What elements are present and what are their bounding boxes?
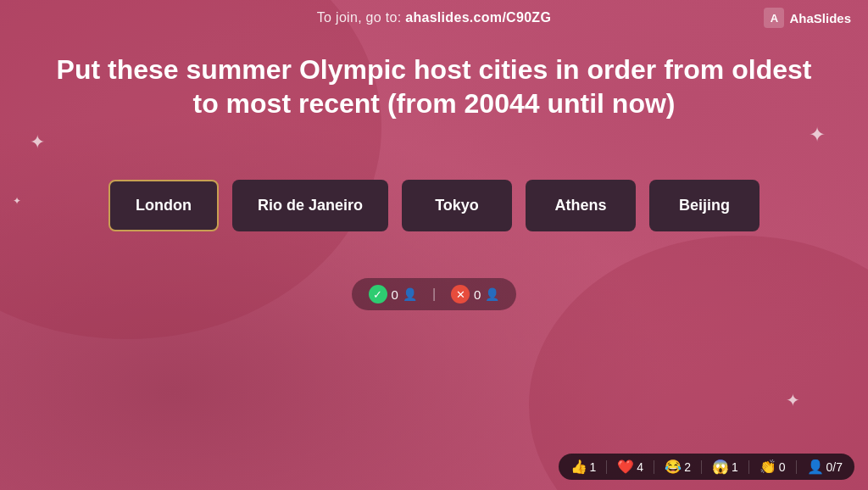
incorrect-count: 0 <box>474 287 481 302</box>
logo-text: AhaSlides <box>789 11 851 25</box>
correct-stat: ✓ 0 👤 <box>369 285 417 303</box>
logo-icon: A <box>764 8 784 28</box>
correct-person-icon: 👤 <box>403 287 417 301</box>
join-url: ahaslides.com/C90ZG <box>405 10 551 25</box>
incorrect-stat: ✕ 0 👤 <box>451 285 499 303</box>
card-beijing[interactable]: Beijing <box>649 180 760 231</box>
header: To join, go to: ahaslides.com/C90ZG A Ah… <box>0 0 868 36</box>
ahaslides-logo: A AhaSlides <box>764 8 851 28</box>
stats-bar: ✓ 0 👤 | ✕ 0 👤 <box>352 278 517 310</box>
incorrect-person-icon: 👤 <box>485 287 499 301</box>
card-london[interactable]: London <box>108 180 219 231</box>
card-rio[interactable]: Rio de Janeiro <box>232 180 388 231</box>
correct-icon: ✓ <box>369 285 387 303</box>
question-title: Put these summer Olympic host cities in … <box>0 44 868 129</box>
correct-count: 0 <box>392 287 398 302</box>
answer-cards: London Rio de Janeiro Tokyo Athens Beiji… <box>108 180 760 231</box>
incorrect-icon: ✕ <box>451 285 470 303</box>
stat-divider: | <box>432 287 436 302</box>
card-tokyo[interactable]: Tokyo <box>402 180 512 231</box>
card-athens[interactable]: Athens <box>526 180 636 231</box>
join-instruction: To join, go to: ahaslides.com/C90ZG <box>317 10 551 25</box>
